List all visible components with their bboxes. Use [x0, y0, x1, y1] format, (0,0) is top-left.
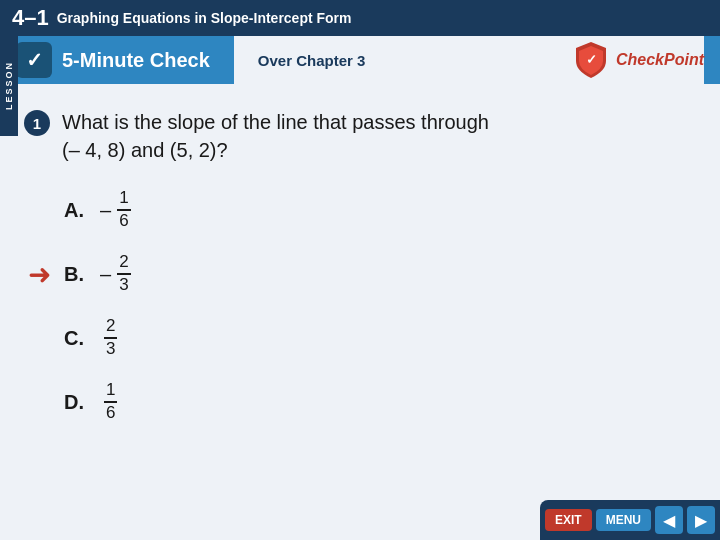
banner-title: Graphing Equations in Slope-Intercept Fo… [57, 10, 352, 26]
svg-text:✓: ✓ [585, 52, 596, 67]
answer-row-b[interactable]: ➜ B. – 2 3 [64, 248, 680, 300]
top-banner: 4–1 Graphing Equations in Slope-Intercep… [0, 0, 720, 36]
lesson-tab-text: LESSON [4, 61, 14, 110]
next-button[interactable]: ▶ [687, 506, 715, 534]
fraction-a: 1 6 [117, 189, 130, 230]
checkpoint-text: CheckPoint [616, 51, 704, 69]
main-area: ✓ 5-Minute Check Over Chapter 3 ✓ CheckP… [0, 36, 720, 540]
check-icon: ✓ [16, 42, 52, 78]
answer-value-d: 1 6 [100, 381, 117, 422]
check-title: 5-Minute Check [62, 49, 210, 72]
answer-arrow-b: ➜ [28, 258, 51, 291]
exit-button[interactable]: EXIT [545, 509, 592, 531]
fraction-c: 2 3 [104, 317, 117, 358]
prev-button[interactable]: ◀ [655, 506, 683, 534]
fraction-b: 2 3 [117, 253, 130, 294]
answer-label-b: B. [64, 263, 100, 286]
lesson-tab: LESSON [0, 36, 18, 136]
answer-value-a: – 1 6 [100, 189, 131, 230]
answer-row-a[interactable]: A. – 1 6 [64, 184, 680, 236]
menu-button[interactable]: MENU [596, 509, 651, 531]
fraction-d: 1 6 [104, 381, 117, 422]
answer-row-c[interactable]: C. 2 3 [64, 312, 680, 364]
checkpoint-logo: ✓ CheckPoint [570, 39, 704, 81]
answers-list: A. – 1 6 ➜ B. – 2 3 [24, 184, 680, 428]
content-section: 1 What is the slope of the line that pas… [0, 84, 720, 456]
lesson-number: 4–1 [12, 5, 49, 31]
answer-label-a: A. [64, 199, 100, 222]
answer-value-b: – 2 3 [100, 253, 131, 294]
answer-value-c: 2 3 [100, 317, 117, 358]
question-number-badge: 1 [24, 110, 50, 136]
bottom-nav: EXIT MENU ◀ ▶ [540, 500, 720, 540]
question-row: 1 What is the slope of the line that pas… [24, 108, 680, 164]
answer-label-c: C. [64, 327, 100, 350]
question-text: What is the slope of the line that passe… [62, 108, 489, 164]
checkpoint-shield-icon: ✓ [570, 39, 612, 81]
check-bar: ✓ 5-Minute Check Over Chapter 3 ✓ CheckP… [0, 36, 720, 84]
answer-row-d[interactable]: D. 1 6 [64, 376, 680, 428]
answer-label-d: D. [64, 391, 100, 414]
